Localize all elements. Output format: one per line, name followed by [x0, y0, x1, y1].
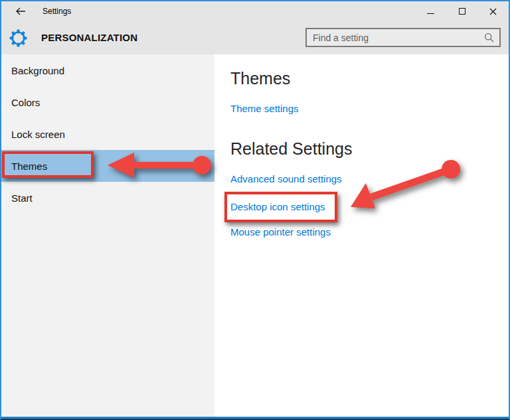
search-input[interactable] — [307, 33, 484, 43]
sidebar-item-lock-screen[interactable]: Lock screen — [1, 118, 214, 150]
mouse-pointer-settings-link[interactable]: Mouse pointer settings — [230, 226, 331, 238]
back-arrow-icon — [15, 7, 26, 15]
section-title: Themes — [230, 69, 290, 88]
maximize-icon — [459, 8, 466, 15]
maximize-button[interactable] — [446, 1, 477, 21]
search-icon[interactable] — [484, 33, 494, 42]
search-box[interactable] — [305, 28, 501, 47]
close-button[interactable] — [477, 1, 509, 21]
close-icon — [489, 8, 497, 15]
desktop-icon-settings-link[interactable]: Desktop icon settings — [230, 201, 325, 212]
minimize-button[interactable] — [415, 1, 446, 21]
sidebar-item-label: Background — [11, 65, 64, 76]
app-header: PERSONALIZATION — [1, 21, 509, 54]
main-content: Themes Theme settings Related Settings A… — [214, 54, 509, 419]
gear-icon — [9, 29, 27, 50]
sidebar-item-background[interactable]: Background — [1, 54, 214, 86]
settings-window: Settings — [0, 0, 510, 420]
page-title: PERSONALIZATION — [41, 32, 137, 43]
sidebar-item-label: Colors — [11, 97, 40, 108]
window-header: Settings — [1, 1, 509, 54]
back-button[interactable] — [11, 3, 31, 20]
advanced-sound-settings-link[interactable]: Advanced sound settings — [230, 173, 342, 184]
titlebar: Settings — [1, 1, 509, 21]
sidebar-item-label: Themes — [11, 161, 47, 172]
window-bottom-border — [1, 417, 509, 419]
sidebar-item-colors[interactable]: Colors — [1, 86, 214, 118]
window-controls — [415, 1, 509, 21]
sidebar-item-themes[interactable]: Themes — [1, 150, 214, 182]
related-settings-title: Related Settings — [230, 139, 352, 159]
minimize-icon — [427, 13, 434, 14]
sidebar-item-label: Lock screen — [11, 129, 65, 140]
theme-settings-link[interactable]: Theme settings — [230, 103, 299, 114]
sidebar-item-start[interactable]: Start — [1, 182, 214, 214]
window-title: Settings — [42, 7, 71, 16]
sidebar: Background Colors Lock screen Themes Sta… — [1, 54, 214, 419]
sidebar-item-label: Start — [11, 192, 33, 204]
